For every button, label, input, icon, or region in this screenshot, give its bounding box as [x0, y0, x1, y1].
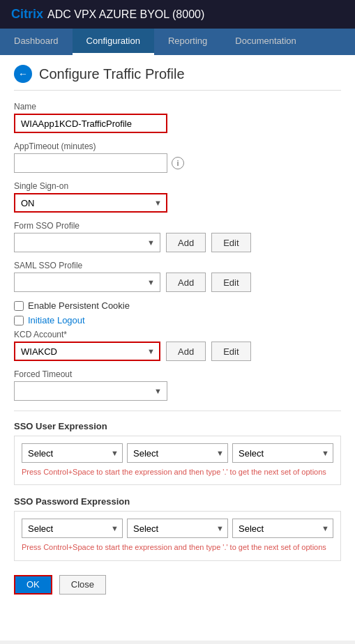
name-label: Name — [14, 102, 341, 112]
enable-cookie-checkbox[interactable] — [14, 301, 24, 311]
forced-timeout-select[interactable] — [14, 381, 167, 401]
sso-pass-expr-block: Select ▼ Select ▼ Select ▼ Press — [14, 511, 341, 560]
sso-pass-expr-select2[interactable]: Select — [127, 519, 228, 538]
forced-timeout-label: Forced Timeout — [14, 369, 341, 379]
sso-user-expr-selects: Select ▼ Select ▼ Select ▼ — [22, 443, 333, 463]
sso-user-expr-title: SSO User Expression — [14, 421, 341, 431]
page-title: Configure Traffic Profile — [39, 66, 185, 82]
form-sso-select-wrapper: ▼ — [14, 233, 160, 252]
sso-user-expr-select2-wrapper: Select ▼ — [127, 443, 228, 463]
sso-pass-expr-selects: Select ▼ Select ▼ Select ▼ — [22, 519, 333, 538]
enable-cookie-label: Enable Persistent Cookie — [28, 300, 130, 311]
form-sso-row: ▼ Add Edit — [14, 233, 341, 252]
divider-1 — [14, 411, 341, 411]
saml-sso-select[interactable] — [14, 273, 160, 292]
kcd-add-button[interactable]: Add — [166, 342, 206, 361]
app-timeout-input[interactable] — [14, 153, 167, 173]
saml-sso-add-button[interactable]: Add — [166, 273, 206, 292]
kcd-row: WIAKCD ▼ Add Edit — [14, 342, 341, 361]
initiate-logout-link[interactable]: Initiate Logout — [28, 315, 85, 325]
initiate-logout-row: Initiate Logout — [14, 315, 341, 325]
saml-sso-edit-button[interactable]: Edit — [211, 273, 250, 292]
sso-section: Single Sign-on ON OFF ▼ — [14, 181, 341, 213]
saml-sso-section: SAML SSO Profile ▼ Add Edit — [14, 261, 341, 292]
saml-sso-row: ▼ Add Edit — [14, 273, 341, 292]
sso-pass-expr-hint: Press Control+Space to start the express… — [22, 542, 333, 553]
sso-pass-expr-select2-wrapper: Select ▼ — [127, 519, 228, 538]
sso-pass-expr-select3-wrapper: Select ▼ — [232, 519, 333, 538]
sso-pass-expr-section: SSO Password Expression Select ▼ Select … — [14, 496, 341, 560]
navbar: Dashboard Configuration Reporting Docume… — [0, 29, 355, 55]
close-button[interactable]: Close — [59, 575, 106, 595]
info-icon[interactable]: i — [172, 157, 184, 169]
sso-user-expr-section: SSO User Expression Select ▼ Select ▼ — [14, 421, 341, 485]
app-timeout-label: AppTimeout (minutes) — [14, 141, 341, 151]
kcd-select-wrapper: WIAKCD ▼ — [14, 342, 160, 361]
form-sso-select[interactable] — [14, 233, 160, 252]
sso-user-expr-select2[interactable]: Select — [127, 443, 228, 463]
saml-sso-select-wrapper: ▼ — [14, 273, 160, 292]
forced-timeout-select-wrapper: ▼ — [14, 381, 167, 401]
forced-timeout-section: Forced Timeout ▼ — [14, 369, 341, 401]
saml-sso-label: SAML SSO Profile — [14, 261, 341, 270]
form-sso-edit-button[interactable]: Edit — [211, 233, 250, 252]
sso-user-expr-select1[interactable]: Select — [22, 443, 123, 463]
enable-cookie-row: Enable Persistent Cookie — [14, 300, 341, 311]
nav-configuration[interactable]: Configuration — [73, 29, 154, 55]
initiate-logout-checkbox[interactable] — [14, 316, 24, 325]
footer-buttons: OK Close — [14, 575, 341, 595]
sso-pass-expr-title: SSO Password Expression — [14, 496, 341, 507]
sso-label: Single Sign-on — [14, 181, 341, 191]
sso-user-expr-block: Select ▼ Select ▼ Select ▼ Press — [14, 436, 341, 485]
nav-dashboard[interactable]: Dashboard — [0, 29, 73, 55]
app-header: Citrix ADC VPX AZURE BYOL (8000) — [0, 0, 355, 29]
app-title: ADC VPX AZURE BYOL (8000) — [47, 8, 204, 21]
ok-button[interactable]: OK — [14, 575, 52, 595]
nav-documentation[interactable]: Documentation — [221, 29, 310, 55]
timeout-row: i — [14, 153, 341, 173]
kcd-select[interactable]: WIAKCD — [14, 342, 160, 361]
sso-user-expr-select3-wrapper: Select ▼ — [232, 443, 333, 463]
form-sso-section: Form SSO Profile ▼ Add Edit — [14, 221, 341, 252]
sso-user-expr-select1-wrapper: Select ▼ — [22, 443, 123, 463]
sso-select-wrapper: ON OFF ▼ — [14, 193, 167, 213]
form-sso-label: Form SSO Profile — [14, 221, 341, 231]
sso-pass-expr-select3[interactable]: Select — [232, 519, 333, 538]
sso-pass-expr-select1-wrapper: Select ▼ — [22, 519, 123, 538]
sso-user-expr-hint: Press Control+Space to start the express… — [22, 467, 333, 477]
sso-user-expr-select3[interactable]: Select — [232, 443, 333, 463]
kcd-label: KCD Account* — [14, 330, 341, 339]
sso-pass-expr-select1[interactable]: Select — [22, 519, 123, 538]
app-timeout-section: AppTimeout (minutes) i — [14, 141, 341, 173]
citrix-brand: Citrix — [11, 7, 43, 22]
name-input[interactable] — [14, 114, 167, 133]
kcd-edit-button[interactable]: Edit — [211, 342, 250, 361]
name-section: Name — [14, 102, 341, 133]
sso-select[interactable]: ON OFF — [14, 193, 167, 213]
form-sso-add-button[interactable]: Add — [166, 233, 206, 252]
page-content: ← Configure Traffic Profile Name AppTime… — [0, 55, 355, 641]
kcd-section: KCD Account* WIAKCD ▼ Add Edit — [14, 330, 341, 361]
back-button[interactable]: ← — [14, 65, 32, 83]
page-title-row: ← Configure Traffic Profile — [14, 65, 341, 91]
nav-reporting[interactable]: Reporting — [154, 29, 221, 55]
